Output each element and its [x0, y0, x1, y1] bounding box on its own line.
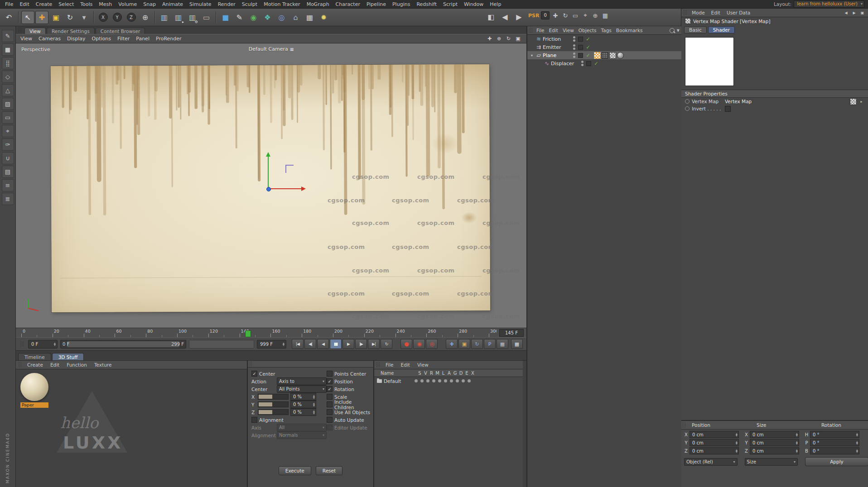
viewport-menu-cameras[interactable]: Cameras — [39, 36, 61, 42]
attribute-menu-mode[interactable]: Mode — [689, 10, 708, 15]
record-scale-toggle[interactable]: ▣ — [458, 339, 470, 349]
texture-mode[interactable]: ▨ — [2, 98, 14, 110]
layer-toggle-e[interactable] — [460, 379, 466, 382]
menu-redshift[interactable]: Redshift — [413, 1, 440, 8]
coord-rotation-b-field[interactable]: 0 °▲▼ — [810, 447, 859, 454]
modeling-settings-icon[interactable]: ▦ — [600, 10, 610, 20]
object-row-plane[interactable]: ▾▱Plane✓ — [527, 51, 682, 59]
psr-move-icon[interactable]: ✚ — [550, 10, 560, 20]
ruler-track[interactable]: 0204060801001201401601802002202402602803… — [19, 328, 497, 337]
lock-z-axis[interactable]: Z — [125, 11, 138, 24]
editor-visibility-dot[interactable] — [573, 53, 575, 55]
coord-size-y-field[interactable]: 0 cm▲▼ — [750, 439, 799, 446]
rotate-view-icon[interactable]: ↻ — [505, 35, 512, 42]
dual-view-toggle[interactable]: ◧ — [484, 10, 497, 24]
tab-view[interactable]: View — [24, 28, 46, 34]
stepper-arrows-icon[interactable]: ▲▼ — [313, 402, 315, 406]
layer-chip[interactable] — [578, 37, 583, 42]
menu-edit[interactable]: Edit — [16, 1, 32, 8]
goto-start-button[interactable]: |◀ — [292, 339, 304, 349]
interactive-render-button[interactable]: ▭ — [200, 11, 213, 24]
attribute-menu-user-data[interactable]: User Data — [723, 10, 753, 15]
layer-toggle-v[interactable] — [419, 379, 425, 382]
invert-checkbox[interactable] — [725, 106, 731, 112]
deformer-button[interactable]: ◎ — [275, 11, 288, 24]
phong-tag[interactable] — [609, 52, 616, 59]
vertex-map-tag[interactable] — [594, 52, 601, 59]
editor-update-checkbox[interactable] — [327, 425, 333, 430]
history-forward-icon[interactable]: ▶ — [851, 10, 858, 16]
live-selection-tool[interactable]: ↖ — [21, 11, 34, 24]
menu-create[interactable]: Create — [33, 1, 56, 8]
use-all-objects-checkbox[interactable] — [327, 409, 333, 415]
quantize-icon[interactable]: ⊕ — [590, 10, 600, 20]
goto-prev-key-button[interactable]: ◀| — [304, 339, 316, 349]
visibility-dots[interactable] — [572, 44, 576, 50]
timeline-options-button[interactable]: ▦ — [511, 339, 523, 349]
viewport-canvas[interactable]: cgsop.comcgsop.comcgsop.comcgsop.comcgso… — [16, 43, 526, 328]
stepper-arrows-icon[interactable]: ▲▼ — [856, 449, 858, 453]
menu-snap[interactable]: Snap — [140, 1, 159, 8]
layer-toggle-a[interactable] — [443, 379, 448, 382]
menu-pipeline[interactable]: Pipeline — [363, 1, 389, 8]
filter-icon[interactable]: ▼ — [677, 29, 680, 33]
object-row-displacer[interactable]: ∿Displacer✓ — [527, 59, 682, 67]
visibility-dots[interactable] — [580, 61, 584, 66]
coord-size-x-field[interactable]: 0 cm▲▼ — [750, 431, 799, 438]
editor-visibility-dot[interactable] — [573, 36, 575, 38]
snap-icon[interactable]: ⌖ — [580, 10, 590, 20]
menu-window[interactable]: Window — [461, 1, 487, 8]
record-pla-toggle[interactable]: ▦ — [497, 339, 508, 349]
coord-position-z-field[interactable]: 0 cm▲▼ — [690, 447, 739, 454]
material-name-label[interactable]: Paper — [20, 402, 48, 408]
next-frame-button[interactable]: ▶ — [342, 339, 354, 349]
light-button[interactable]: ✹ — [317, 11, 330, 24]
menu-simulate[interactable]: Simulate — [186, 1, 215, 8]
viewport-menu-display[interactable]: Display — [67, 36, 86, 42]
coord-position-y-field[interactable]: 0 cm▲▼ — [690, 439, 739, 446]
object-mode-dropdown[interactable]: Object (Rel)▾ — [684, 458, 738, 466]
alignment-checkbox[interactable] — [251, 417, 257, 423]
zoom-view-icon[interactable]: ⊕ — [495, 35, 503, 42]
points-center-checkbox[interactable] — [327, 371, 333, 377]
record-keyframe-button[interactable]: ● — [400, 339, 412, 349]
workplane-icon[interactable]: ▭ — [570, 10, 580, 20]
attribute-tab-basic[interactable]: Basic — [684, 26, 707, 33]
menu-help[interactable]: Help — [487, 1, 504, 8]
layer-menu-file[interactable]: File — [382, 362, 397, 368]
viewport-menu-options[interactable]: Options — [92, 36, 111, 42]
stepper-arrows-icon[interactable]: ▲▼ — [796, 449, 798, 453]
stepper-arrows-icon[interactable]: ▲▼ — [54, 342, 56, 346]
autokey-button[interactable]: ◉ — [413, 339, 425, 349]
attribute-tab-shader[interactable]: Shader — [708, 26, 735, 33]
menu-sculpt[interactable]: Sculpt — [239, 1, 260, 8]
tool-history[interactable]: ▾ — [77, 11, 91, 24]
lock-workplane[interactable]: ▤ — [2, 166, 14, 178]
rotation-checkbox[interactable] — [327, 386, 333, 392]
vertex-map-link[interactable]: Vertex Map — [725, 99, 752, 104]
snap-toggle[interactable]: ∪ — [2, 152, 14, 164]
visibility-dots[interactable] — [572, 36, 576, 42]
menu-character[interactable]: Character — [333, 1, 363, 8]
action-dropdown[interactable]: Axis to▾ — [277, 377, 327, 385]
viewport-menu-view[interactable]: View — [20, 36, 32, 42]
subdivision-surface-button[interactable]: ◉ — [247, 11, 260, 24]
tab-render-settings[interactable]: Render Settings — [47, 28, 95, 34]
material-menu-texture[interactable]: Texture — [91, 362, 115, 368]
points-mode[interactable]: ⣿ — [2, 57, 14, 69]
power-slider[interactable] — [189, 340, 254, 349]
layer-chip[interactable] — [578, 45, 583, 50]
stepper-arrows-icon[interactable]: ▲▼ — [736, 433, 738, 437]
loop-button[interactable]: ↻ — [381, 339, 392, 349]
preview-range-fill[interactable] — [67, 341, 179, 347]
tab-timeline[interactable]: Timeline — [18, 353, 51, 360]
material-menu-create[interactable]: Create — [24, 362, 47, 368]
undo-button[interactable]: ↶ — [2, 11, 15, 24]
x-slider[interactable] — [258, 394, 289, 400]
material-list[interactable]: hello LUXX Paper — [16, 369, 247, 487]
menu-render[interactable]: Render — [215, 1, 239, 8]
goto-next-key-button[interactable]: |▶ — [355, 339, 367, 349]
reset-button[interactable]: Reset — [316, 466, 342, 475]
execute-button[interactable]: Execute — [279, 466, 311, 475]
pen-spline-button[interactable]: ✎ — [233, 11, 246, 24]
